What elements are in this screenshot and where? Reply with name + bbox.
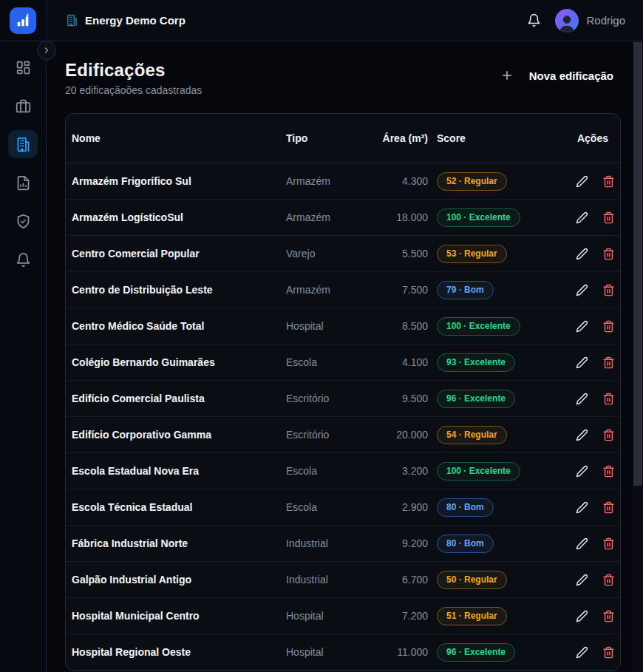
cell-tipo: Armazém <box>286 284 373 296</box>
edit-button[interactable] <box>576 574 588 586</box>
delete-button[interactable] <box>602 429 615 441</box>
chevron-right-icon <box>42 46 51 55</box>
edit-button[interactable] <box>576 211 588 224</box>
edit-button[interactable] <box>576 320 588 333</box>
score-badge: 96 · Excelente <box>437 390 515 408</box>
cell-nome: Centro de Distribuição Leste <box>72 284 286 296</box>
trash-icon <box>602 537 615 550</box>
trash-icon <box>602 393 615 405</box>
sidebar-item-portfolio[interactable] <box>8 92 38 120</box>
edit-button[interactable] <box>576 465 588 478</box>
building-icon <box>16 137 31 152</box>
pencil-icon <box>576 175 588 188</box>
cell-area: 20.000 <box>373 429 428 441</box>
cell-area: 7.500 <box>373 284 428 296</box>
plus-icon <box>500 69 514 82</box>
edit-button[interactable] <box>576 248 588 260</box>
sidebar-item-dashboard[interactable] <box>8 53 38 81</box>
edit-button[interactable] <box>576 501 588 514</box>
edit-button[interactable] <box>576 610 588 622</box>
score-badge: 100 · Excelente <box>437 462 520 481</box>
cell-nome: Hospital Municipal Centro <box>72 610 286 622</box>
score-badge: 51 · Regular <box>437 607 507 625</box>
edit-button[interactable] <box>576 646 588 659</box>
cell-area: 5.500 <box>373 248 428 259</box>
cell-nome: Escola Estadual Nova Era <box>72 465 286 477</box>
sidebar-expand-button[interactable] <box>37 41 56 60</box>
table-row: Hospital Regional Oeste Hospital 11.000 … <box>66 634 620 671</box>
cell-area: 6.700 <box>373 574 428 586</box>
topbar: Energy Demo Corp Rodrigo <box>47 0 643 41</box>
score-badge: 79 · Bom <box>437 281 494 299</box>
delete-button[interactable] <box>602 537 615 550</box>
bar-chart-bolt-icon[interactable] <box>10 7 36 34</box>
trash-icon <box>602 429 615 441</box>
delete-button[interactable] <box>602 574 615 586</box>
edit-button[interactable] <box>576 429 588 441</box>
pencil-icon <box>576 211 588 224</box>
cell-nome: Armazém Frigorífico Sul <box>72 175 286 187</box>
delete-button[interactable] <box>602 393 615 405</box>
cell-nome: Colégio Bernardo Guimarães <box>72 356 286 368</box>
new-building-button[interactable]: Nova edificação <box>500 60 621 82</box>
table-row: Centro de Distribuição Leste Armazém 7.5… <box>66 272 620 308</box>
delete-button[interactable] <box>602 211 615 224</box>
edit-button[interactable] <box>576 356 588 369</box>
trash-icon <box>602 320 615 333</box>
bell-icon <box>16 252 31 268</box>
sidebar-item-conformidade[interactable] <box>8 207 38 235</box>
cell-tipo: Hospital <box>286 610 373 622</box>
sidebar-item-relatorios[interactable] <box>8 169 38 197</box>
bell-icon <box>527 13 541 27</box>
table-row: Centro Médico Saúde Total Hospital 8.500… <box>66 308 620 345</box>
cell-area: 4.100 <box>373 356 428 368</box>
delete-button[interactable] <box>602 610 615 622</box>
page-subtitle: 20 edificaçãoões cadastradas <box>65 84 202 96</box>
edit-button[interactable] <box>576 393 588 405</box>
cell-tipo: Armazém <box>286 175 373 187</box>
cell-tipo: Escola <box>286 501 373 513</box>
score-badge: 80 · Bom <box>437 534 494 553</box>
cell-tipo: Industrial <box>286 537 373 549</box>
table-row: Galpão Industrial Antigo Industrial 6.70… <box>66 562 620 598</box>
column-header-score: Score <box>428 132 576 144</box>
edit-button[interactable] <box>576 284 588 296</box>
edit-button[interactable] <box>576 537 588 550</box>
table-row: Fábrica Industrial Norte Industrial 9.20… <box>66 526 620 562</box>
cell-area: 2.900 <box>373 501 428 513</box>
pencil-icon <box>576 501 588 514</box>
delete-button[interactable] <box>602 356 615 369</box>
page-title: Edificações <box>65 60 202 81</box>
cell-area: 4.300 <box>373 175 428 187</box>
notifications-button[interactable] <box>527 13 541 27</box>
sidebar-item-alertas[interactable] <box>8 245 38 274</box>
vertical-scrollbar[interactable] <box>633 41 643 672</box>
trash-icon <box>602 211 615 224</box>
table-body: Armazém Frigorífico Sul Armazém 4.300 52… <box>66 163 620 671</box>
pencil-icon <box>576 393 588 405</box>
delete-button[interactable] <box>602 248 615 260</box>
scrollbar-thumb[interactable] <box>633 42 642 486</box>
cell-tipo: Hospital <box>286 646 373 658</box>
delete-button[interactable] <box>602 465 615 478</box>
avatar <box>555 9 579 33</box>
building-icon <box>66 14 78 27</box>
delete-button[interactable] <box>602 175 615 188</box>
pencil-icon <box>576 248 588 260</box>
delete-button[interactable] <box>602 284 615 296</box>
cell-area: 9.200 <box>373 537 428 549</box>
cell-tipo: Hospital <box>286 320 373 332</box>
pencil-icon <box>576 465 588 478</box>
user-menu[interactable]: Rodrigo <box>555 9 625 33</box>
trash-icon <box>602 175 615 188</box>
trash-icon <box>602 574 615 586</box>
score-badge: 96 · Excelente <box>437 643 515 662</box>
cell-nome: Armazém LogísticoSul <box>72 211 286 223</box>
delete-button[interactable] <box>602 320 615 333</box>
delete-button[interactable] <box>602 646 615 659</box>
delete-button[interactable] <box>602 501 615 514</box>
cell-tipo: Escritório <box>286 393 373 404</box>
sidebar-item-edificacoes[interactable] <box>8 130 38 158</box>
app-logo <box>0 0 46 41</box>
edit-button[interactable] <box>576 175 588 188</box>
